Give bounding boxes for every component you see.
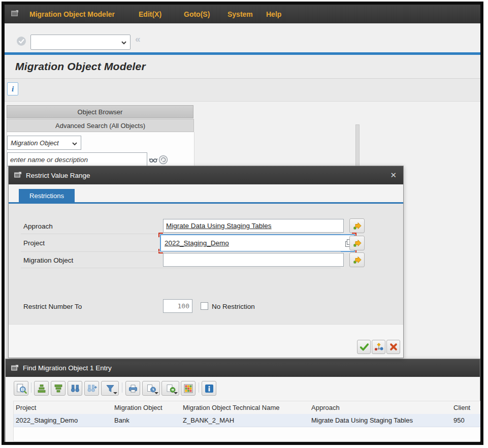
tab-underline	[9, 202, 403, 204]
column-header-project[interactable]: Project	[14, 401, 117, 414]
menu-item-migration-object-modeler[interactable]: Migration Object Modeler	[29, 5, 115, 23]
printer-icon	[127, 383, 139, 394]
menu-bar: Migration Object Modeler Edit(X) Goto(S)…	[5, 5, 480, 23]
object-browser-title: Object Browser	[78, 108, 123, 116]
search-input[interactable]	[7, 152, 147, 167]
confirm-button[interactable]	[357, 340, 371, 354]
column-header-client[interactable]: Client	[451, 401, 480, 414]
views-button[interactable]	[142, 381, 160, 396]
cell-value: Migrate Data Using Staging Tables	[311, 417, 413, 424]
toolbar-separator	[31, 382, 31, 393]
reset-search-button[interactable]	[158, 153, 169, 166]
object-browser-header[interactable]: Object Browser	[7, 105, 193, 118]
cell-value: 2022_Staging_Demo	[16, 417, 78, 424]
migration-object-multiple-selection-button[interactable]	[349, 252, 365, 267]
no-restriction-checkbox[interactable]	[201, 302, 208, 310]
no-restriction-label: No Restriction	[212, 299, 255, 313]
enter-button[interactable]	[16, 36, 27, 47]
search-category-value: Migration Object	[11, 139, 59, 147]
advanced-search-title: Advanced Search (All Objects)	[55, 122, 145, 130]
multiple-selection-dialog-button[interactable]	[372, 340, 385, 354]
project-multiple-selection-button[interactable]	[349, 236, 365, 250]
info-button[interactable]: i	[7, 82, 18, 95]
filter-button[interactable]	[101, 381, 119, 396]
command-field[interactable]	[30, 35, 131, 50]
find-results-window: Find Migration Object 1 Entry	[5, 359, 480, 445]
multiple-selection-icon	[352, 255, 362, 265]
advanced-search-header[interactable]: Advanced Search (All Objects)	[7, 119, 194, 132]
glasses-icon	[149, 155, 158, 164]
print-list-button[interactable]	[125, 381, 140, 396]
row-divider	[21, 268, 341, 268]
approach-multiple-selection-button[interactable]	[349, 218, 365, 233]
menu-item-help[interactable]: Help	[266, 5, 281, 23]
focus-corner	[158, 233, 163, 237]
sort-ascending-icon	[36, 383, 47, 394]
cell-value: Bank	[114, 417, 129, 424]
red-x-icon	[389, 342, 398, 351]
column-header-migration-object[interactable]: Migration Object	[112, 401, 185, 414]
dropdown-arrow	[113, 392, 117, 394]
sort-ascending-button[interactable]	[34, 381, 49, 396]
migration-object-label: Migration Object	[23, 253, 73, 267]
chevron-down-icon[interactable]	[121, 40, 127, 46]
dropdown-arrow	[154, 392, 158, 394]
layout-grid-icon	[183, 383, 194, 394]
column-header-label: Migration Object Technical Name	[183, 404, 280, 411]
info-square-icon	[204, 383, 215, 394]
dialog-title-bar[interactable]: Restrict Value Range ✕	[9, 166, 403, 184]
window-icon-glyph	[11, 10, 20, 18]
tab-restrictions[interactable]: Restrictions	[19, 189, 75, 202]
cancel-dialog-button[interactable]	[386, 340, 400, 354]
screen-content: Migration Object Modeler Edit(X) Goto(S)…	[5, 5, 480, 445]
reset-circle-icon	[158, 155, 168, 165]
window-icon[interactable]	[11, 10, 20, 18]
migration-object-input[interactable]	[163, 253, 344, 267]
menu-item-goto[interactable]: Goto(S)	[184, 5, 210, 23]
column-header-technical-name[interactable]: Migration Object Technical Name	[181, 401, 314, 414]
approach-label: Approach	[23, 219, 53, 233]
restrict-number-input[interactable]	[163, 299, 192, 313]
results-title-bar[interactable]: Find Migration Object 1 Entry	[6, 359, 480, 377]
start-search-button[interactable]	[149, 153, 158, 166]
restrict-number-label: Restrict Number To	[23, 299, 82, 313]
title-row: Migration Object Modeler	[5, 55, 480, 79]
chevron-down-icon[interactable]	[72, 141, 78, 147]
layout-button[interactable]	[181, 381, 196, 396]
project-field-focus	[160, 234, 355, 252]
project-input[interactable]	[164, 237, 344, 249]
table-cell-approach[interactable]: Migrate Data Using Staging Tables	[309, 414, 456, 427]
dialog-footer	[9, 324, 403, 358]
check-circle-icon	[16, 36, 27, 47]
list-info-button[interactable]	[202, 381, 216, 396]
project-label: Project	[23, 236, 45, 250]
export-button[interactable]	[161, 381, 179, 396]
tab-restrictions-label: Restrictions	[29, 192, 64, 200]
details-magnifier-icon	[15, 382, 27, 395]
window-icon	[11, 365, 19, 372]
results-title: Find Migration Object 1 Entry	[23, 364, 112, 372]
collapse-toolbar-chevrons[interactable]: «	[135, 34, 141, 45]
details-button[interactable]	[14, 381, 28, 396]
dialog-close-button[interactable]: ✕	[390, 171, 397, 180]
find-in-list-button[interactable]	[68, 381, 82, 396]
table-cell-client[interactable]: 950	[451, 414, 480, 427]
sort-descending-button[interactable]	[51, 381, 66, 396]
find-next-in-list-button[interactable]	[84, 381, 99, 396]
menu-item-system[interactable]: System	[227, 5, 253, 23]
column-header-label: Client	[453, 404, 470, 411]
table-cell-migration-object[interactable]: Bank	[112, 414, 185, 427]
cell-value: Z_BANK_2_MAH	[183, 417, 234, 424]
column-header-approach[interactable]: Approach	[309, 401, 456, 414]
menu-item-edit[interactable]: Edit(X)	[139, 5, 161, 23]
column-header-label: Approach	[311, 404, 340, 411]
table-cell-project[interactable]: 2022_Staging_Demo	[14, 414, 117, 427]
restrict-value-range-dialog: Restrict Value Range ✕ Restrictions Appr…	[8, 166, 404, 358]
approach-input[interactable]	[163, 219, 344, 233]
table-cell-technical-name[interactable]: Z_BANK_2_MAH	[181, 414, 314, 427]
row-divider	[21, 251, 341, 252]
command-input[interactable]	[32, 36, 117, 48]
page-title: Migration Object Modeler	[15, 60, 146, 73]
cell-value: 950	[453, 417, 465, 424]
search-category-dropdown[interactable]: Migration Object	[7, 136, 81, 150]
